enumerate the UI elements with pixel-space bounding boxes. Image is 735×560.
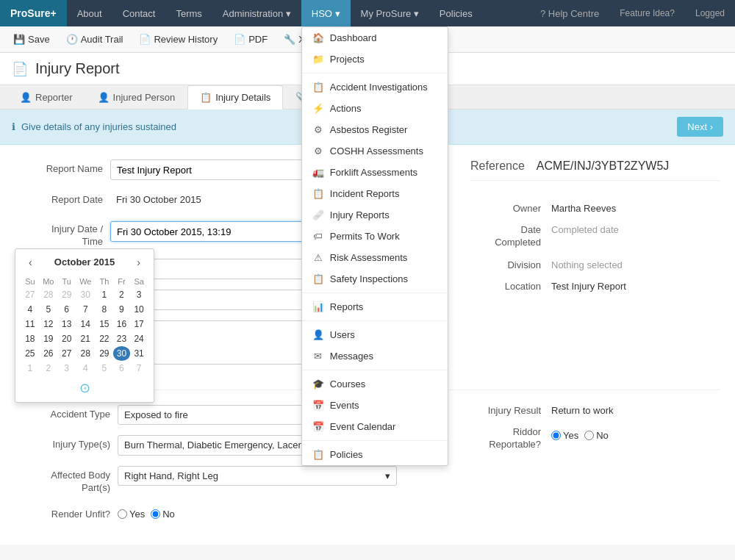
cal-day[interactable]: 2 <box>113 287 131 302</box>
nav-logged[interactable]: Logged <box>685 0 735 26</box>
next-button[interactable]: Next › <box>677 117 723 137</box>
nav-policies[interactable]: Policies <box>429 0 483 26</box>
menu-projects[interactable]: 📁 Projects <box>302 49 448 70</box>
actions-icon: ⚡ <box>312 103 324 114</box>
audit-trail-button[interactable]: 🕐 Audit Trail <box>63 32 126 46</box>
menu-accident-investigations[interactable]: 📋 Accident Investigations <box>302 76 448 98</box>
menu-courses[interactable]: 🎓 Courses <box>302 373 448 395</box>
cal-day[interactable]: 4 <box>75 361 96 376</box>
menu-coshh[interactable]: ⚙ COSHH Assessments <box>302 140 448 162</box>
tab-injury-details[interactable]: 📋 Injury Details <box>187 85 283 110</box>
cal-day[interactable]: 6 <box>113 361 131 376</box>
cal-day[interactable]: 11 <box>21 317 39 331</box>
cal-day[interactable]: 21 <box>75 331 96 346</box>
cal-day[interactable]: 29 <box>58 287 76 302</box>
review-history-button[interactable]: 📄 Review History <box>136 32 220 46</box>
date-completed-label: Date Completed <box>470 224 551 249</box>
riddor-yes-label[interactable]: Yes <box>551 430 578 441</box>
cal-day-su: Su <box>21 276 39 287</box>
cal-day[interactable]: 15 <box>96 317 113 331</box>
top-nav: ProSure+ About Contact Terms Administrat… <box>0 0 735 26</box>
calendar-today-button[interactable]: ⊙ <box>79 380 90 396</box>
menu-divider-1 <box>302 73 448 73</box>
menu-events[interactable]: 📅 Events <box>302 395 448 416</box>
cal-day[interactable]: 28 <box>75 346 96 361</box>
nav-help-centre[interactable]: ? Help Centre <box>530 0 609 26</box>
cal-day[interactable]: 7 <box>75 302 96 317</box>
nav-myprosure[interactable]: My ProSure ▾ <box>351 0 429 26</box>
render-unfit-yes-label[interactable]: Yes <box>118 509 145 520</box>
riddor-yes-radio[interactable] <box>551 431 561 440</box>
menu-permits[interactable]: 🏷 Permits To Work <box>302 226 448 247</box>
menu-incident-reports[interactable]: 📋 Incident Reports <box>302 183 448 204</box>
nav-administration[interactable]: Administration ▾ <box>212 0 301 26</box>
cal-day[interactable]: 8 <box>96 302 113 317</box>
cal-day[interactable]: 6 <box>58 302 76 317</box>
cal-prev-button[interactable]: ‹ <box>24 255 37 270</box>
menu-injury-reports[interactable]: 🩹 Injury Reports <box>302 204 448 226</box>
cal-day[interactable]: 25 <box>21 346 39 361</box>
cal-day[interactable]: 4 <box>21 302 39 317</box>
cal-day[interactable]: 1 <box>21 361 39 376</box>
cal-day[interactable]: 31 <box>130 346 148 361</box>
render-unfit-no-label[interactable]: No <box>151 509 175 520</box>
menu-users[interactable]: 👤 Users <box>302 324 448 345</box>
cal-day[interactable]: 2 <box>39 361 58 376</box>
cal-day[interactable]: 18 <box>21 331 39 346</box>
cal-day[interactable]: 3 <box>130 287 148 302</box>
nav-terms[interactable]: Terms <box>165 0 212 26</box>
menu-reports[interactable]: 📊 Reports <box>302 296 448 317</box>
pdf-button[interactable]: 📄 PDF <box>231 32 270 46</box>
cal-day[interactable]: 16 <box>113 317 131 331</box>
cal-day[interactable]: 23 <box>113 331 131 346</box>
menu-risk-assessments[interactable]: ⚠ Risk Assessments <box>302 247 448 268</box>
riddor-no-radio[interactable] <box>584 431 594 440</box>
menu-actions[interactable]: ⚡ Actions <box>302 98 448 119</box>
cal-day[interactable]: 5 <box>96 361 113 376</box>
brand-logo[interactable]: ProSure+ <box>0 0 67 26</box>
nav-contact[interactable]: Contact <box>112 0 166 26</box>
render-unfit-yes-radio[interactable] <box>118 509 127 519</box>
tab-reporter[interactable]: 👤 Reporter <box>7 85 85 110</box>
nav-about[interactable]: About <box>67 0 112 26</box>
nav-feature-idea[interactable]: Feature Idea? <box>609 0 685 26</box>
affected-body-select[interactable]: Right Hand, Right Leg ▾ <box>118 466 397 486</box>
menu-asbestos[interactable]: ⚙ Asbestos Register <box>302 119 448 140</box>
projects-icon: 📁 <box>312 54 324 65</box>
cal-day[interactable]: 12 <box>39 317 58 331</box>
cal-day[interactable]: 30 <box>75 287 96 302</box>
calendar-month-title: October 2015 <box>54 256 115 268</box>
cal-day[interactable]: 9 <box>113 302 131 317</box>
cal-day[interactable]: 27 <box>21 287 39 302</box>
cal-day[interactable]: 17 <box>130 317 148 331</box>
cal-day[interactable]: 3 <box>58 361 76 376</box>
cal-day[interactable]: 24 <box>130 331 148 346</box>
cal-day[interactable]: 20 <box>58 331 76 346</box>
menu-dashboard[interactable]: 🏠 Dashboard <box>302 27 448 49</box>
cal-day[interactable]: 1 <box>96 287 113 302</box>
menu-safety-inspections[interactable]: 📋 Safety Inspections <box>302 268 448 290</box>
cal-day[interactable]: 29 <box>96 346 113 361</box>
cal-day[interactable]: 19 <box>39 331 58 346</box>
cal-day[interactable]: 27 <box>58 346 76 361</box>
cal-day[interactable]: 13 <box>58 317 76 331</box>
menu-messages[interactable]: ✉ Messages <box>302 345 448 367</box>
cal-day[interactable]: 22 <box>96 331 113 346</box>
tab-injured-person[interactable]: 👤 Injured Person <box>85 85 188 110</box>
menu-forklift[interactable]: 🚛 Forklift Assessments <box>302 162 448 183</box>
cal-day[interactable]: 28 <box>39 287 58 302</box>
save-button[interactable]: 💾 Save <box>10 32 53 46</box>
cal-next-button[interactable]: › <box>132 255 145 270</box>
riddor-no-label[interactable]: No <box>584 430 609 441</box>
injury-result-row: Injury Result Return to work <box>470 405 720 416</box>
cal-day[interactable]: 7 <box>130 361 148 376</box>
cal-day[interactable]: 26 <box>39 346 58 361</box>
cal-day[interactable]: 10 <box>130 302 148 317</box>
render-unfit-no-radio[interactable] <box>151 509 160 519</box>
cal-day[interactable]: 14 <box>75 317 96 331</box>
menu-event-calendar[interactable]: 📅 Event Calendar <box>302 416 448 437</box>
cal-day[interactable]: 5 <box>39 302 58 317</box>
menu-policies[interactable]: 📋 Policies <box>302 444 448 465</box>
nav-hso[interactable]: HSO ▾ 🏠 Dashboard 📁 Projects 📋 Accident … <box>301 0 351 26</box>
cal-day[interactable]: 30 <box>113 346 131 361</box>
